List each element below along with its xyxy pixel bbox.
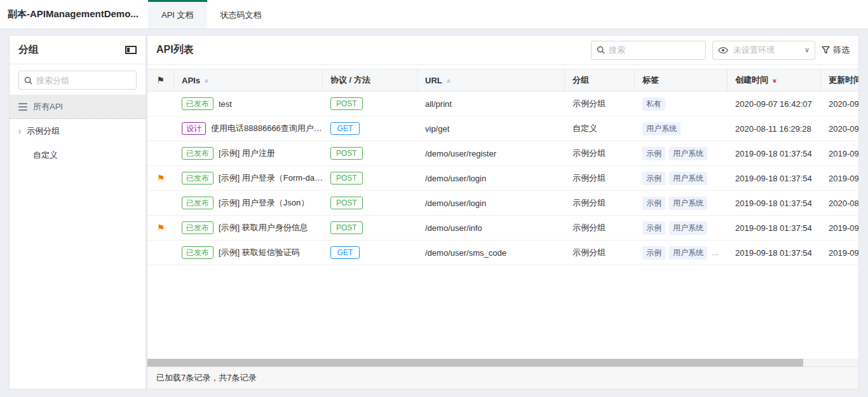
created-time: 2019-09-18 01:37:54 — [735, 174, 812, 183]
updated-cell: 2019-09- — [821, 174, 858, 183]
api-url: /demo/user/sms_code — [425, 248, 506, 258]
sort-desc-icon[interactable]: ∨ — [772, 77, 778, 83]
created-time: 2019-09-18 01:37:54 — [735, 223, 812, 233]
tags-cell: 用户系统 — [635, 122, 728, 136]
status-badge: 已发布 — [182, 97, 214, 110]
horizontal-scrollbar[interactable] — [147, 359, 858, 366]
table-row[interactable]: 已发布testPOSTall/print示例分组私有2020-09-07 16:… — [147, 92, 858, 116]
column-header[interactable]: APIs∧ — [174, 69, 323, 91]
sidebar-item-label: 自定义 — [33, 150, 58, 161]
tab-api-docs[interactable]: API 文档 — [148, 0, 207, 29]
column-header-label: 标签 — [642, 74, 659, 86]
column-header[interactable]: URL∧ — [417, 69, 565, 91]
api-cell: 已发布[示例] 获取短信验证码 — [174, 246, 323, 259]
api-name[interactable]: [示例] 获取用户身份信息 — [219, 222, 308, 233]
scrollbar-thumb[interactable] — [147, 359, 803, 366]
updated-time: 2020-09- — [829, 124, 858, 134]
table-row[interactable]: ⚑已发布[示例] 获取用户身份信息POST/demo/user/info示例分组… — [147, 216, 858, 240]
chevron-right-icon[interactable]: › — [18, 126, 21, 137]
api-name[interactable]: test — [219, 99, 232, 109]
tag-badge: 示例 — [642, 147, 665, 160]
table-row[interactable]: 已发布[示例] 获取短信验证码GET/demo/user/sms_code示例分… — [147, 240, 858, 265]
api-cell: 已发布[示例] 用户注册 — [174, 147, 323, 160]
sort-asc-icon[interactable]: ∧ — [204, 77, 210, 83]
api-name[interactable]: [示例] 用户登录（Form-data） — [219, 172, 323, 184]
group-name: 自定义 — [573, 123, 597, 134]
environment-select[interactable]: 未设置环境 ∨ — [712, 41, 815, 60]
api-url: vip/get — [425, 124, 449, 134]
group-name: 示例分组 — [573, 148, 606, 159]
sidebar-item-all-api[interactable]: 所有API — [10, 95, 146, 119]
group-name: 示例分组 — [573, 197, 606, 209]
created-cell: 2019-09-18 01:37:54 — [728, 248, 821, 258]
group-cell: 示例分组 — [565, 148, 635, 159]
tags-cell: 示例用户系统 — [635, 221, 728, 235]
flag-icon[interactable]: ⚑ — [157, 173, 165, 183]
flag-icon[interactable]: ⚑ — [157, 223, 165, 233]
api-name[interactable]: [示例] 获取短信验证码 — [219, 247, 300, 258]
api-name[interactable]: 使用电话88886666查询用户… — [211, 123, 322, 134]
tab-status-code-docs[interactable]: 状态码文档 — [207, 0, 275, 29]
table-row[interactable]: 设计使用电话88886666查询用户…GETvip/get自定义用户系统2020… — [147, 116, 858, 141]
chevron-down-icon[interactable]: ∨ — [804, 46, 810, 54]
sort-asc-icon[interactable]: ∧ — [445, 77, 451, 83]
sidebar-item-custom[interactable]: 自定义 — [10, 143, 146, 167]
group-name: 示例分组 — [573, 98, 606, 109]
group-cell: 示例分组 — [565, 98, 635, 109]
column-header-label: APIs — [182, 76, 200, 85]
api-url: /demo/user/register — [425, 149, 496, 158]
search-icon — [597, 46, 605, 54]
group-cell: 示例分组 — [565, 247, 635, 258]
sidebar-search — [10, 64, 146, 95]
tag-badge: 用户系统 — [669, 172, 707, 185]
url-cell: /demo/user/info — [417, 223, 565, 233]
updated-cell: 2020-09- — [821, 99, 858, 109]
filter-button[interactable]: 筛选 — [822, 45, 850, 56]
column-header: 分组 — [565, 69, 635, 91]
table-row[interactable]: 已发布[示例] 用户登录（Json）POST/demo/user/login示例… — [147, 191, 858, 216]
method-cell: POST — [323, 172, 417, 185]
column-header-label: 更新时间 — [829, 74, 858, 86]
status-badge: 已发布 — [182, 197, 214, 209]
group-search-input[interactable] — [36, 76, 131, 85]
column-header: 标签 — [635, 69, 728, 91]
column-header-label: URL — [425, 76, 442, 85]
api-list-header: API列表 未设置环境 ∨ 筛选 — [147, 36, 858, 65]
updated-cell: 2019-09- — [821, 248, 858, 258]
sidebar-item-example-group[interactable]: › 示例分组 — [10, 119, 146, 143]
flag-cell: ⚑ — [147, 223, 174, 233]
tags-cell: 示例用户系统 — [635, 147, 728, 160]
tag-badge: 私有 — [642, 97, 665, 111]
flag-icon: ⚑ — [156, 75, 165, 85]
api-url: all/print — [425, 99, 452, 109]
url-cell: /demo/user/sms_code — [417, 248, 565, 258]
url-cell: /demo/user/register — [417, 149, 565, 158]
created-cell: 2020-08-11 16:29:28 — [728, 124, 821, 134]
group-search-box[interactable] — [18, 71, 137, 90]
tag-badge: 示例 — [642, 172, 665, 185]
method-badge: GET — [330, 246, 360, 259]
menu-icon — [18, 103, 27, 111]
table-row[interactable]: 已发布[示例] 用户注册POST/demo/user/register示例分组示… — [147, 141, 858, 166]
group-name: 示例分组 — [573, 222, 606, 233]
status-badge: 设计 — [182, 122, 206, 135]
column-header[interactable]: 创建时间∨ — [728, 69, 821, 91]
funnel-icon — [822, 46, 830, 54]
method-badge: POST — [330, 172, 363, 185]
tag-badge: 示例 — [642, 246, 665, 260]
eye-icon[interactable] — [718, 46, 728, 54]
api-search-input[interactable] — [609, 45, 700, 55]
method-cell: POST — [323, 97, 417, 110]
api-name[interactable]: [示例] 用户登录（Json） — [219, 197, 309, 209]
method-cell: GET — [323, 246, 417, 259]
tags-cell: 私有 — [635, 97, 728, 111]
api-cell: 已发布[示例] 用户登录（Json） — [174, 197, 323, 209]
api-name[interactable]: [示例] 用户注册 — [219, 148, 275, 159]
sidebar-header: 分组 — [10, 36, 146, 64]
filter-label: 筛选 — [833, 45, 850, 56]
api-cell: 设计使用电话88886666查询用户… — [174, 122, 323, 135]
status-badge: 已发布 — [182, 221, 214, 234]
table-row[interactable]: ⚑已发布[示例] 用户登录（Form-data）POST/demo/user/l… — [147, 166, 858, 191]
api-search-box[interactable] — [591, 41, 706, 60]
collapse-sidebar-icon[interactable] — [125, 46, 137, 54]
